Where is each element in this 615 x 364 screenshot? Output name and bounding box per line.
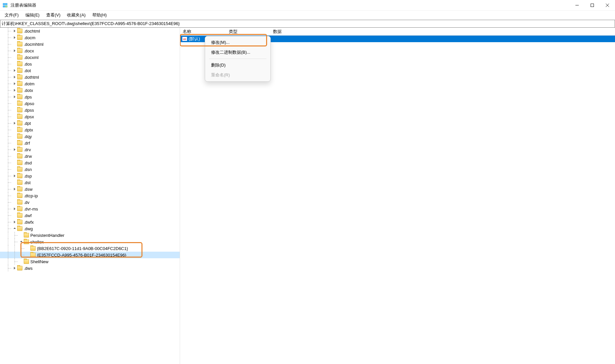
address-bar[interactable]: 计算机\HKEY_CLASSES_ROOT\.dwg\shellex\{E357… <box>0 20 615 28</box>
tree-item[interactable]: .dwfx <box>0 219 180 225</box>
expand-icon <box>18 233 24 238</box>
folder-icon <box>17 35 22 40</box>
folder-icon <box>17 101 22 106</box>
tree-item[interactable]: .dpsx <box>0 113 180 120</box>
expand-icon[interactable] <box>12 94 17 99</box>
expand-icon[interactable] <box>12 206 17 211</box>
expand-icon[interactable] <box>12 28 17 34</box>
tree-label: .dpt <box>24 121 31 126</box>
tree-item[interactable]: .dsd <box>0 159 180 166</box>
tree-item[interactable]: .dsw <box>0 186 180 192</box>
tree-item[interactable]: .dst <box>0 179 180 186</box>
tree-item[interactable]: .docmhtml <box>0 41 180 47</box>
expand-icon[interactable] <box>12 219 17 225</box>
context-modify-binary[interactable]: 修改二进制数据(B)... <box>206 47 269 57</box>
expand-icon[interactable] <box>12 121 17 126</box>
list-pane[interactable]: 名称 类型 数据 ab(默认) 修改(M)... 修改二进制数据(B)... 删… <box>180 28 615 364</box>
tree-item[interactable]: .dochtml <box>0 28 180 34</box>
expand-icon[interactable] <box>12 147 17 152</box>
expand-icon <box>12 42 17 47</box>
tree-item[interactable]: .dotx <box>0 87 180 94</box>
tree-item[interactable]: .dot <box>0 67 180 74</box>
tree-item[interactable]: .dtcp-ip <box>0 192 180 199</box>
expand-icon[interactable] <box>12 88 17 93</box>
tree-item[interactable]: .dsn <box>0 166 180 173</box>
address-path: 计算机\HKEY_CLASSES_ROOT\.dwg\shellex\{E357… <box>2 21 180 27</box>
tree-label: ShellNew <box>30 259 48 264</box>
tree-item[interactable]: .dotm <box>0 80 180 87</box>
tree-item[interactable]: .dwf <box>0 212 180 219</box>
menubar: 文件(F) 编辑(E) 查看(V) 收藏夹(A) 帮助(H) <box>0 11 615 20</box>
tree-item[interactable]: .dos <box>0 61 180 67</box>
folder-icon <box>17 180 22 185</box>
col-name[interactable]: 名称 <box>180 28 226 35</box>
expand-icon <box>12 180 17 185</box>
tree-item[interactable]: .dv <box>0 199 180 206</box>
tree-item[interactable]: .drv <box>0 146 180 153</box>
folder-icon <box>30 253 36 257</box>
tree-item[interactable]: .dwg <box>0 225 180 232</box>
expand-icon[interactable] <box>12 186 17 192</box>
tree-item[interactable]: .drw <box>0 153 180 159</box>
expand-icon <box>12 193 17 198</box>
expand-icon <box>12 154 17 159</box>
tree-item[interactable]: .dothtml <box>0 74 180 80</box>
tree-label: .dsw <box>24 187 33 192</box>
menu-help[interactable]: 帮助(H) <box>89 11 110 19</box>
tree-label: .docmhtml <box>24 42 44 47</box>
tree-item[interactable]: .dsp <box>0 173 180 179</box>
app-icon <box>3 3 8 8</box>
expand-icon[interactable] <box>12 48 17 53</box>
context-modify[interactable]: 修改(M)... <box>206 38 269 47</box>
svg-rect-0 <box>3 3 5 5</box>
expand-icon[interactable] <box>12 226 17 231</box>
tree-item[interactable]: .dvr-ms <box>0 206 180 212</box>
tree-item[interactable]: .dws <box>0 265 180 271</box>
tree-item[interactable]: .docm <box>0 34 180 41</box>
list-header: 名称 类型 数据 <box>180 28 615 36</box>
expand-icon[interactable] <box>12 74 17 80</box>
tree-item[interactable]: .dpss <box>0 107 180 113</box>
tree-pane[interactable]: .dochtml.docm.docmhtml.docx.docxml.dos.d… <box>0 28 180 364</box>
tree-item[interactable]: .docx <box>0 47 180 54</box>
tree-item[interactable]: .dptx <box>0 126 180 133</box>
tree-item[interactable]: {E357FCCD-A995-4576-B01F-234630154E96} <box>0 252 180 258</box>
expand-icon[interactable] <box>18 239 24 244</box>
context-delete[interactable]: 删除(D) <box>206 60 269 70</box>
folder-icon <box>17 108 22 112</box>
tree-item[interactable]: .dpso <box>0 100 180 107</box>
tree-item[interactable]: .drf <box>0 140 180 146</box>
folder-icon <box>17 213 22 218</box>
folder-icon <box>17 147 22 152</box>
menu-edit[interactable]: 编辑(E) <box>22 11 43 19</box>
folder-icon <box>17 174 22 178</box>
expand-icon[interactable] <box>12 68 17 73</box>
tree-item[interactable]: {BB2E617C-0920-11d1-9A0B-00C04FC2D6C1} <box>0 245 180 252</box>
tree-item[interactable]: ShellNew <box>0 258 180 265</box>
tree-item[interactable]: shellex <box>0 238 180 245</box>
folder-icon <box>24 233 29 238</box>
folder-icon <box>17 68 22 73</box>
menu-view[interactable]: 查看(V) <box>43 11 64 19</box>
folder-icon <box>17 226 22 231</box>
tree-item[interactable]: .docxml <box>0 54 180 61</box>
tree-item[interactable]: .dps <box>0 94 180 100</box>
tree-item[interactable]: .dqy <box>0 133 180 140</box>
col-type[interactable]: 类型 <box>226 28 270 35</box>
expand-icon[interactable] <box>12 173 17 179</box>
tree-label: .dpso <box>24 101 34 106</box>
expand-icon[interactable] <box>12 81 17 86</box>
tree-label: .dotx <box>24 88 33 93</box>
tree-item[interactable]: PersistentHandler <box>0 232 180 238</box>
minimize-button[interactable] <box>569 0 585 11</box>
menu-file[interactable]: 文件(F) <box>1 11 22 19</box>
context-rename: 重命名(R) <box>206 70 269 80</box>
menu-favorites[interactable]: 收藏夹(A) <box>64 11 89 19</box>
tree-label: .docx <box>24 48 34 53</box>
expand-icon[interactable] <box>12 35 17 40</box>
close-button[interactable] <box>600 0 615 11</box>
maximize-button[interactable] <box>585 0 600 11</box>
tree-item[interactable]: .dpt <box>0 120 180 126</box>
expand-icon[interactable] <box>12 266 17 271</box>
col-data[interactable]: 数据 <box>270 28 379 35</box>
